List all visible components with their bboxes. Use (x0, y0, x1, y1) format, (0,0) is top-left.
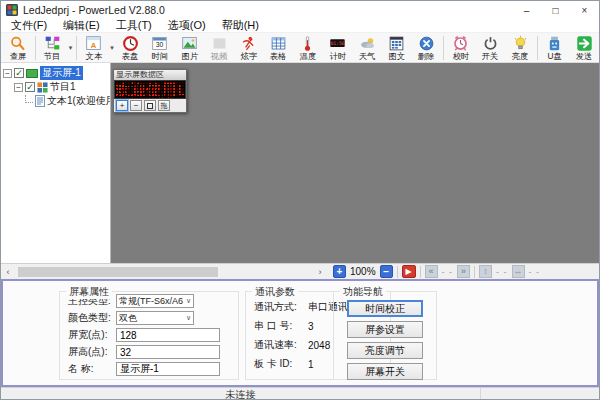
bottom-control-strip: ‹ › + 100% − ▶ « - - » ↕ - - ↔ - - (1, 263, 599, 279)
toolbar-picture[interactable]: 图片 (175, 33, 204, 62)
page-indicator: - - (442, 267, 454, 277)
menu-options[interactable]: 选项(O) (160, 18, 214, 33)
close-button[interactable]: × (570, 1, 599, 19)
tree-item-program[interactable]: − ✓ 节目1 (1, 80, 110, 94)
collapse-toggle-icon[interactable]: − (14, 83, 23, 92)
screen-properties-group: 屏幕属性 主控类型: 常规(TF-S6x/A6∨ 颜色类型: 双色∨ 屏宽(点)… (59, 291, 239, 380)
toolbar-time-sync[interactable]: 校时 (447, 33, 476, 62)
app-logo-icon (6, 4, 18, 16)
toolbar-graphic-text[interactable]: 图文 (382, 33, 411, 62)
video-icon (211, 35, 228, 52)
scroll-right-icon[interactable]: › (314, 266, 326, 278)
previous-button[interactable]: « (425, 265, 438, 278)
time-correction-button[interactable]: 时间校正 (347, 300, 423, 317)
led-preview-panel[interactable]: 显示屏数据区 欢迎使用L + − 拖 (113, 69, 187, 113)
tree-label-text[interactable]: 文本1(欢迎使用LED (47, 94, 111, 108)
controller-type-select[interactable]: 常规(TF-S6x/A6∨ (116, 294, 194, 308)
zoom-out-button[interactable]: − (380, 265, 393, 278)
toolbar-search-screen[interactable]: 查屏 (4, 33, 33, 62)
toolbar-neon-text[interactable]: 炫字 (234, 33, 263, 62)
field-label: 屏高(点): (68, 345, 116, 359)
toolbar-dial[interactable]: 表盘 (116, 33, 145, 62)
screen-height-input[interactable] (116, 345, 220, 359)
zoom-in-button[interactable]: + (333, 265, 346, 278)
preview-drag-button[interactable]: 拖 (158, 100, 170, 111)
toolbar-program[interactable]: 节目 (38, 33, 67, 62)
led-matrix-display[interactable]: 欢迎使用L (114, 80, 186, 99)
toolbar-switch[interactable]: 开关 (476, 33, 505, 62)
tree-item-text[interactable]: 文本1(欢迎使用LED (1, 94, 110, 108)
menu-edit[interactable]: 编辑(E) (55, 18, 108, 33)
toolbar-brightness[interactable]: 亮度 (506, 33, 535, 62)
toolbar-table[interactable]: 表格 (264, 33, 293, 62)
toolbar-delete[interactable]: 删除 (412, 33, 441, 62)
field-row: 屏高(点): (60, 344, 238, 360)
toolbar-weather[interactable]: 天气 (353, 33, 382, 62)
next-button[interactable]: » (457, 265, 470, 278)
screen-name-input[interactable] (116, 362, 220, 376)
toolbar-label: 节目 (44, 52, 61, 60)
position-indicator: - - (496, 267, 508, 277)
toolbar-label: 表格 (270, 52, 287, 60)
collapse-toggle-icon[interactable]: − (3, 69, 12, 78)
move-vertical-button[interactable]: ↕ (479, 265, 492, 278)
table-icon (270, 35, 287, 52)
search-screen-icon (9, 35, 26, 52)
neon-text-icon (240, 35, 257, 52)
scrollbar-thumb[interactable] (18, 267, 218, 277)
field-label: 串 口 号: (254, 319, 308, 333)
minimize-button[interactable]: – (512, 1, 541, 19)
maximize-button[interactable]: □ (541, 1, 570, 19)
preview-zoom-in-button[interactable]: + (116, 100, 128, 111)
zoom-playback-controls: + 100% − ▶ « - - » ↕ - - ↔ - - (327, 265, 540, 278)
status-bar: 未连接 (1, 387, 599, 400)
toolbar-label: 炫字 (240, 52, 257, 60)
power-switch-icon (482, 35, 499, 52)
checkbox-checked-icon[interactable]: ✓ (25, 82, 35, 92)
preview-fit-button[interactable] (144, 100, 156, 111)
toolbar-temperature[interactable]: 温度 (294, 33, 323, 62)
scroll-left-icon[interactable]: ‹ (2, 266, 14, 278)
toolbar-timer[interactable]: 01:56 计时 (323, 33, 352, 62)
color-type-select[interactable]: 双色∨ (116, 311, 194, 325)
send-icon (576, 35, 593, 52)
menu-tools[interactable]: 工具(T) (108, 18, 160, 33)
preview-controls: + − 拖 (114, 99, 186, 112)
tree-label-screen[interactable]: 显示屏-1 (40, 66, 83, 80)
toolbar-usb[interactable]: U盘 (540, 33, 569, 62)
brightness-adjust-button[interactable]: 亮度调节 (347, 342, 423, 359)
calendar-30-icon: 30 (151, 35, 168, 52)
fit-selection-icon (147, 103, 153, 109)
toolbar-label: 删除 (418, 52, 435, 60)
field-label: 板 卡 ID: (254, 357, 308, 371)
toolbar-send[interactable]: 发送 (570, 33, 599, 62)
move-horizontal-button[interactable]: ↔ (512, 265, 525, 278)
toolbar-label: 图片 (181, 52, 198, 60)
separator (474, 266, 475, 278)
chevron-down-icon[interactable]: ▾ (109, 44, 116, 52)
toolbar-label: 亮度 (512, 52, 529, 60)
group-title: 通讯参数 (252, 285, 298, 299)
field-row: 屏宽(点): (60, 327, 238, 343)
svg-text:A: A (91, 40, 97, 49)
checkbox-checked-icon[interactable]: ✓ (14, 68, 24, 78)
horizontal-scrollbar[interactable]: ‹ › (1, 265, 327, 279)
tree-item-screen[interactable]: − ✓ 显示屏-1 (1, 66, 110, 80)
select-value: 双色 (119, 312, 137, 325)
screen-params-button[interactable]: 屏参设置 (347, 321, 423, 338)
screen-onoff-button[interactable]: 屏幕开关 (347, 363, 423, 380)
chevron-down-icon[interactable]: ▾ (67, 44, 74, 52)
play-button[interactable]: ▶ (402, 265, 416, 278)
menu-help[interactable]: 帮助(H) (214, 18, 267, 33)
screen-width-input[interactable] (116, 328, 220, 342)
digital-timer-icon: 01:56 (329, 35, 346, 52)
picture-icon (181, 35, 198, 52)
preview-zoom-out-button[interactable]: − (130, 100, 142, 111)
menu-file[interactable]: 文件(F) (3, 18, 55, 33)
toolbar-text[interactable]: A 文本 (80, 33, 109, 62)
toolbar-time[interactable]: 30 时间 (146, 33, 175, 62)
tree-label-program[interactable]: 节目1 (50, 80, 76, 94)
scrollbar-track[interactable] (14, 266, 314, 278)
usb-drive-icon (546, 35, 563, 52)
delete-icon (418, 35, 435, 52)
